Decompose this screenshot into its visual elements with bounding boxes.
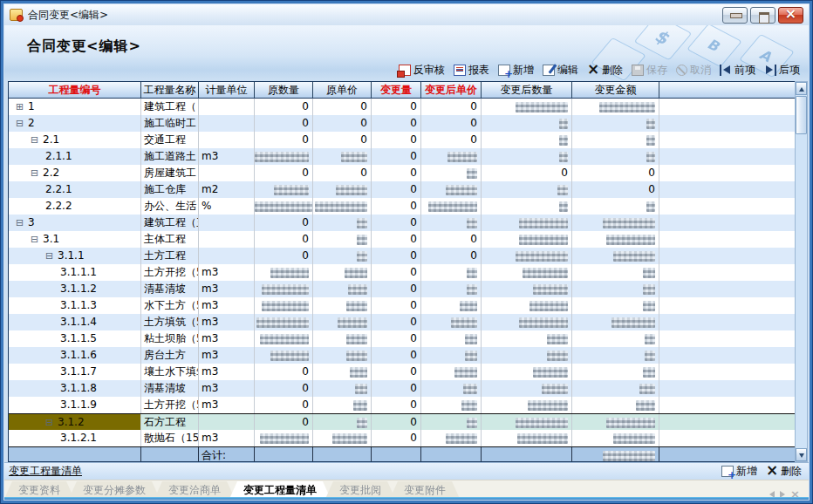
delete-icon bbox=[766, 466, 778, 477]
table-row[interactable]: 2.2.2办公、生活%0 bbox=[9, 198, 796, 215]
value-cell bbox=[421, 430, 482, 446]
table-row[interactable]: 2.2.1施工仓库m200 bbox=[9, 181, 796, 198]
table-row[interactable]: 3.1.2.1散抛石（15m30 bbox=[9, 430, 796, 446]
table-row[interactable]: 3.1.1.4土方填筑（5m30 bbox=[9, 314, 796, 330]
scroll-down-button[interactable] bbox=[796, 448, 807, 461]
tab-变更资料[interactable]: 变更资料 bbox=[4, 481, 74, 499]
censored-value bbox=[353, 400, 367, 411]
edit-button[interactable]: 编辑 bbox=[543, 63, 578, 78]
collapse-icon[interactable]: ⊟ bbox=[31, 132, 43, 148]
tab-变更批阅[interactable]: 变更批阅 bbox=[325, 481, 395, 499]
collapse-icon[interactable]: ⊟ bbox=[31, 165, 43, 181]
minimize-button[interactable] bbox=[722, 7, 748, 24]
column-header[interactable]: 原数量 bbox=[255, 82, 313, 98]
censored-value bbox=[262, 301, 309, 311]
total-label-cell: 合计: bbox=[199, 447, 255, 462]
censored-value bbox=[341, 152, 367, 162]
collapse-icon[interactable]: ⊟ bbox=[45, 414, 58, 430]
table-row[interactable]: ⊟2.1交通工程0000 bbox=[9, 132, 796, 148]
tab-变更工程量清单[interactable]: 变更工程量清单 bbox=[229, 481, 331, 499]
value-cell bbox=[421, 380, 482, 397]
cancel-icon bbox=[676, 65, 687, 76]
panel-delete-button[interactable]: 删除 bbox=[766, 464, 802, 479]
item-name-cell: 建筑工程（三 bbox=[141, 215, 199, 231]
vertical-scrollbar[interactable] bbox=[795, 81, 808, 462]
censored-value bbox=[519, 218, 568, 228]
table-row[interactable]: ⊞1建筑工程（0000 bbox=[9, 99, 796, 115]
table-row[interactable]: 3.1.1.3水下土方（5m30 bbox=[9, 297, 796, 314]
table-row[interactable]: 3.1.1.8清基清坡m300 bbox=[9, 380, 796, 397]
censored-value bbox=[646, 119, 655, 129]
row-filler bbox=[659, 181, 796, 198]
tab-变更分摊参数[interactable]: 变更分摊参数 bbox=[69, 481, 160, 499]
table-row[interactable]: ⊟3.1主体工程000 bbox=[9, 231, 796, 248]
expand-icon[interactable]: ⊞ bbox=[16, 99, 28, 115]
table-row[interactable]: 3.1.1.2清基清坡m30 bbox=[9, 281, 796, 297]
table-row[interactable]: ⊟2施工临时工0000 bbox=[9, 115, 796, 132]
column-header[interactable]: 原单价 bbox=[313, 82, 372, 98]
column-header[interactable]: 变更金额 bbox=[572, 82, 659, 98]
unaudit-button[interactable]: 反审核 bbox=[399, 63, 445, 78]
maximize-button[interactable] bbox=[750, 7, 775, 24]
value-cell bbox=[482, 330, 572, 347]
table-row[interactable]: ⊟3.1.1土方工程000 bbox=[9, 248, 796, 264]
column-header[interactable]: 变更量 bbox=[372, 82, 421, 98]
censored-value bbox=[467, 168, 477, 179]
censored-value bbox=[346, 351, 367, 361]
table-row[interactable]: 3.1.1.7壤土水下填筑m300 bbox=[9, 364, 796, 380]
table-header-row: 工程量编号工程量名称计量单位原数量原单价变更量变更后单价变更后数量变更金额 bbox=[9, 82, 796, 99]
value-cell bbox=[313, 297, 372, 314]
tab-变更附件[interactable]: 变更附件 bbox=[390, 481, 460, 499]
window-bottom-edge bbox=[4, 497, 809, 500]
value-cell: 0 bbox=[372, 414, 421, 430]
censored-value bbox=[547, 334, 568, 344]
value-cell bbox=[313, 380, 372, 397]
value-cell: 0 bbox=[372, 148, 421, 165]
censored-value bbox=[256, 317, 309, 328]
scroll-up-button[interactable] bbox=[796, 82, 807, 95]
item-name-cell: 土方填筑（5 bbox=[141, 314, 199, 330]
censored-value bbox=[255, 152, 309, 162]
table-row[interactable]: 3.1.1.5粘土坝胎（5m30 bbox=[9, 330, 796, 347]
next-button[interactable]: 后项 bbox=[764, 63, 800, 78]
censored-value bbox=[355, 384, 367, 394]
unit-cell bbox=[199, 414, 255, 430]
add-button[interactable]: 新增 bbox=[498, 63, 534, 78]
value-cell bbox=[482, 414, 572, 430]
value-cell: 0 bbox=[372, 297, 421, 314]
value-cell bbox=[255, 264, 313, 281]
prev-button[interactable]: 前项 bbox=[720, 63, 755, 78]
value-cell bbox=[255, 347, 313, 364]
censored-value bbox=[357, 235, 367, 245]
column-header[interactable]: 工程量名称 bbox=[141, 82, 199, 98]
collapse-icon[interactable]: ⊟ bbox=[31, 231, 43, 248]
table-row[interactable]: ⊟3.1.2石方工程00 bbox=[9, 413, 796, 430]
value-cell bbox=[572, 148, 659, 165]
column-header[interactable]: 工程量编号 bbox=[9, 82, 141, 98]
value-cell: 0 bbox=[255, 231, 313, 248]
scrollbar-thumb[interactable] bbox=[796, 96, 807, 134]
value-cell: 0 bbox=[255, 99, 313, 115]
row-filler bbox=[659, 99, 796, 115]
value-cell: 0 bbox=[255, 215, 313, 231]
table-row[interactable]: 3.1.1.6房台土方m30 bbox=[9, 347, 796, 364]
value-cell: 0 bbox=[313, 165, 372, 181]
table-row[interactable]: ⊟3建筑工程（三00 bbox=[9, 215, 796, 231]
table-row[interactable]: 3.1.1.9土方开挖（5m300 bbox=[9, 397, 796, 413]
table-row[interactable]: ⊟2.2房屋建筑工00000 bbox=[9, 165, 796, 181]
table-row[interactable]: 2.1.1施工道路土m30 bbox=[9, 148, 796, 165]
column-header[interactable]: 计量单位 bbox=[199, 82, 255, 98]
value-cell bbox=[572, 364, 659, 380]
collapse-icon[interactable]: ⊟ bbox=[16, 215, 28, 231]
collapse-icon[interactable]: ⊟ bbox=[45, 248, 58, 264]
panel-add-button[interactable]: 新增 bbox=[721, 464, 757, 479]
table-row[interactable]: 3.1.1.1土方开挖（5m30 bbox=[9, 264, 796, 281]
save-button: 保存 bbox=[632, 63, 667, 78]
collapse-icon[interactable]: ⊟ bbox=[16, 115, 28, 132]
close-button[interactable] bbox=[778, 7, 803, 24]
report-button[interactable]: 报表 bbox=[454, 63, 489, 78]
column-header[interactable]: 变更后数量 bbox=[482, 82, 572, 98]
column-header[interactable]: 变更后单价 bbox=[421, 82, 482, 98]
tab-变更洽商单[interactable]: 变更洽商单 bbox=[154, 481, 235, 499]
delete-button[interactable]: 删除 bbox=[587, 63, 623, 78]
